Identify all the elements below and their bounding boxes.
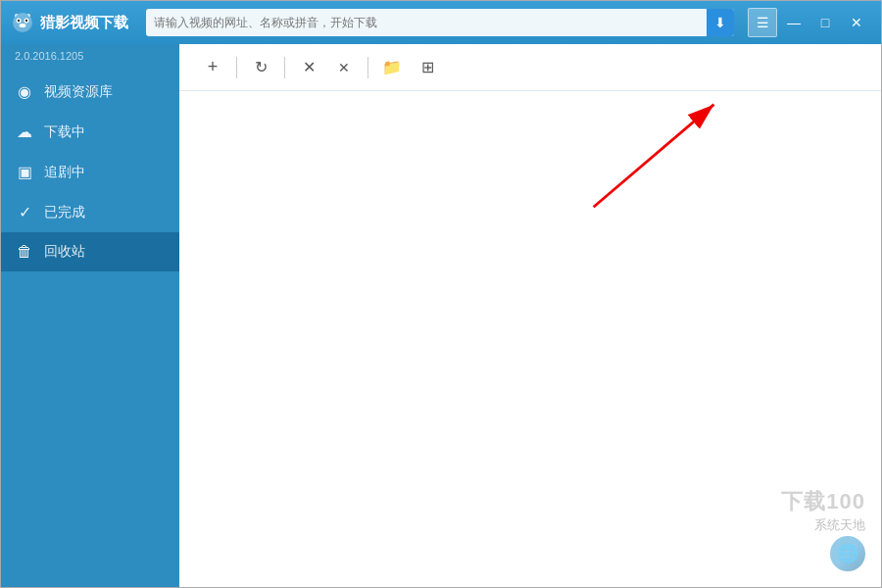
close-button[interactable]: ✕ (842, 8, 871, 37)
sidebar-item-downloading[interactable]: ☁ 下载中 (1, 112, 179, 152)
trash-icon: 🗑 (15, 243, 34, 261)
library-icon: ◉ (15, 82, 34, 101)
sidebar-item-trash-label: 回收站 (44, 243, 85, 261)
sidebar-item-completed[interactable]: ✓ 已完成 (1, 192, 179, 232)
menu-button[interactable]: ☰ (748, 8, 777, 37)
svg-point-4 (25, 20, 27, 22)
folder-button[interactable]: 📁 (374, 50, 410, 85)
watermark: 下载100 系统天地 🌐 (781, 487, 865, 571)
annotation-arrow (179, 91, 881, 587)
sidebar-item-library-label: 视频资源库 (44, 83, 113, 101)
folder-icon: 📁 (382, 58, 402, 76)
sidebar-item-trash[interactable]: 🗑 回收站 (1, 232, 179, 271)
app-version: 2.0.2016.1205 (1, 44, 179, 72)
add-button[interactable]: + (195, 50, 230, 85)
app-logo-icon (11, 11, 34, 34)
svg-line-7 (594, 105, 714, 208)
toolbar-separator-3 (368, 57, 368, 78)
sidebar-item-following-label: 追剧中 (44, 164, 85, 181)
toolbar-separator-1 (236, 57, 237, 78)
downloading-icon: ☁ (15, 122, 34, 141)
search-input[interactable] (154, 16, 707, 29)
add-icon: + (208, 57, 219, 77)
cancel-button[interactable]: ✕ (291, 50, 326, 85)
grid-icon: ⊞ (421, 58, 434, 76)
sidebar-item-library[interactable]: ◉ 视频资源库 (1, 72, 179, 112)
refresh-button[interactable]: ↻ (243, 50, 278, 85)
menu-icon: ☰ (757, 15, 769, 30)
search-bar[interactable]: ⬇ (146, 9, 734, 36)
window-controls: ☰ — □ ✕ (748, 8, 871, 37)
search-download-button[interactable]: ⬇ (707, 9, 734, 36)
following-icon: ▣ (15, 163, 34, 181)
close-icon: ✕ (851, 15, 862, 30)
sidebar-item-following[interactable]: ▣ 追剧中 (1, 152, 179, 192)
completed-icon: ✓ (15, 203, 34, 221)
refresh-icon: ↻ (255, 58, 268, 76)
delete-icon: ✕ (338, 59, 350, 76)
grid-view-button[interactable]: ⊞ (410, 50, 445, 85)
svg-point-5 (20, 24, 26, 27)
app-window: 猎影视频下载 ⬇ ☰ — □ ✕ 2.0.2016.120 (0, 0, 882, 588)
content-area: + ↻ ✕ ✕ 📁 (179, 44, 881, 587)
main-layout: 2.0.2016.1205 ◉ 视频资源库 ☁ 下载中 ▣ 追剧中 ✓ 已完成 … (1, 44, 881, 587)
watermark-sub: 系统天地 (814, 516, 865, 534)
app-logo: 猎影视频下载 (11, 11, 128, 34)
maximize-icon: □ (821, 15, 829, 30)
app-title: 猎影视频下载 (40, 14, 128, 32)
sidebar-item-downloading-label: 下载中 (44, 123, 85, 141)
maximize-button[interactable]: □ (810, 8, 840, 37)
watermark-text: 下载100 (781, 487, 865, 516)
sidebar: 2.0.2016.1205 ◉ 视频资源库 ☁ 下载中 ▣ 追剧中 ✓ 已完成 … (1, 44, 179, 587)
svg-point-3 (18, 20, 20, 22)
delete-button[interactable]: ✕ (326, 50, 362, 85)
download-icon: ⬇ (714, 15, 726, 30)
minimize-button[interactable]: — (779, 8, 808, 37)
sidebar-item-completed-label: 已完成 (44, 204, 85, 221)
toolbar: + ↻ ✕ ✕ 📁 (179, 44, 881, 91)
title-bar: 猎影视频下载 ⬇ ☰ — □ ✕ (1, 1, 881, 44)
watermark-globe-icon: 🌐 (830, 536, 865, 571)
minimize-icon: — (787, 15, 801, 30)
main-content: 下载100 系统天地 🌐 (179, 91, 881, 587)
cancel-icon: ✕ (303, 58, 316, 76)
toolbar-separator-2 (284, 57, 285, 78)
